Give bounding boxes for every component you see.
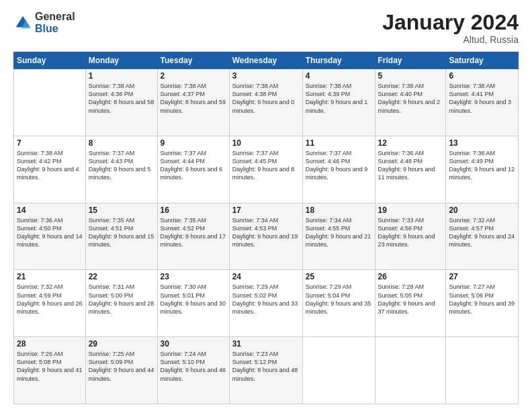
logo: General Blue — [13, 11, 75, 34]
calendar-cell: 22Sunrise: 7:31 AMSunset: 5:00 PMDayligh… — [85, 270, 157, 337]
calendar-cell: 18Sunrise: 7:34 AMSunset: 4:55 PMDayligh… — [302, 203, 375, 270]
day-number: 6 — [449, 71, 515, 81]
calendar-cell — [446, 337, 519, 404]
day-number: 23 — [161, 272, 226, 281]
day-number: 22 — [89, 272, 154, 281]
day-number: 8 — [89, 138, 154, 148]
cell-details: Sunrise: 7:37 AMSunset: 4:46 PMDaylight:… — [306, 149, 372, 182]
month-title: January 2024 — [382, 11, 519, 34]
calendar-cell: 24Sunrise: 7:29 AMSunset: 5:02 PMDayligh… — [229, 270, 302, 337]
day-number: 7 — [17, 138, 83, 148]
cell-details: Sunrise: 7:35 AMSunset: 4:51 PMDaylight:… — [89, 216, 154, 249]
calendar-cell: 29Sunrise: 7:25 AMSunset: 5:09 PMDayligh… — [85, 337, 157, 404]
calendar-cell: 27Sunrise: 7:27 AMSunset: 5:06 PMDayligh… — [446, 270, 519, 337]
cell-details: Sunrise: 7:24 AMSunset: 5:10 PMDaylight:… — [161, 350, 226, 383]
day-number: 14 — [17, 205, 83, 215]
calendar-cell: 25Sunrise: 7:29 AMSunset: 5:04 PMDayligh… — [302, 270, 375, 337]
cell-details: Sunrise: 7:28 AMSunset: 5:05 PMDaylight:… — [378, 283, 443, 316]
location: Altud, Russia — [382, 34, 519, 45]
calendar-cell: 13Sunrise: 7:36 AMSunset: 4:49 PMDayligh… — [446, 136, 519, 203]
cell-details: Sunrise: 7:38 AMSunset: 4:38 PMDaylight:… — [232, 82, 300, 115]
day-number: 9 — [161, 138, 226, 148]
calendar-table: SundayMondayTuesdayWednesdayThursdayFrid… — [13, 52, 519, 404]
calendar-cell: 28Sunrise: 7:26 AMSunset: 5:08 PMDayligh… — [14, 337, 86, 404]
day-number: 3 — [232, 71, 300, 81]
calendar-cell: 15Sunrise: 7:35 AMSunset: 4:51 PMDayligh… — [85, 203, 157, 270]
weekday-header-friday: Friday — [375, 52, 446, 69]
cell-details: Sunrise: 7:31 AMSunset: 5:00 PMDaylight:… — [89, 283, 154, 316]
weekday-header-monday: Monday — [85, 52, 157, 69]
cell-details: Sunrise: 7:38 AMSunset: 4:36 PMDaylight:… — [89, 82, 154, 115]
calendar-cell — [302, 337, 375, 404]
day-number: 16 — [161, 205, 226, 215]
cell-details: Sunrise: 7:37 AMSunset: 4:45 PMDaylight:… — [232, 149, 300, 182]
cell-details: Sunrise: 7:34 AMSunset: 4:53 PMDaylight:… — [232, 216, 300, 249]
day-number: 20 — [449, 205, 515, 215]
calendar-cell: 6Sunrise: 7:38 AMSunset: 4:41 PMDaylight… — [446, 69, 519, 136]
weekday-header-thursday: Thursday — [302, 52, 375, 69]
cell-details: Sunrise: 7:38 AMSunset: 4:42 PMDaylight:… — [17, 149, 83, 182]
cell-details: Sunrise: 7:25 AMSunset: 5:09 PMDaylight:… — [89, 350, 154, 383]
day-number: 19 — [378, 205, 443, 215]
day-number: 25 — [306, 272, 372, 281]
day-number: 27 — [449, 272, 515, 281]
cell-details: Sunrise: 7:36 AMSunset: 4:48 PMDaylight:… — [378, 149, 443, 182]
cell-details: Sunrise: 7:27 AMSunset: 5:06 PMDaylight:… — [449, 283, 515, 316]
logo-general: General — [35, 11, 75, 23]
calendar-cell: 3Sunrise: 7:38 AMSunset: 4:38 PMDaylight… — [229, 69, 302, 136]
weekday-header-wednesday: Wednesday — [229, 52, 302, 69]
day-number: 29 — [89, 339, 154, 349]
logo-text: General Blue — [35, 11, 75, 34]
cell-details: Sunrise: 7:36 AMSunset: 4:50 PMDaylight:… — [17, 216, 83, 249]
cell-details: Sunrise: 7:33 AMSunset: 4:56 PMDaylight:… — [378, 216, 443, 249]
cell-details: Sunrise: 7:34 AMSunset: 4:55 PMDaylight:… — [306, 216, 372, 249]
calendar-cell: 30Sunrise: 7:24 AMSunset: 5:10 PMDayligh… — [157, 337, 229, 404]
calendar-cell: 4Sunrise: 7:38 AMSunset: 4:39 PMDaylight… — [302, 69, 375, 136]
calendar-cell: 16Sunrise: 7:35 AMSunset: 4:52 PMDayligh… — [157, 203, 229, 270]
calendar-cell: 9Sunrise: 7:37 AMSunset: 4:44 PMDaylight… — [157, 136, 229, 203]
day-number: 17 — [232, 205, 300, 215]
page: General Blue January 2024 Altud, Russia … — [0, 0, 532, 411]
day-number: 26 — [378, 272, 443, 281]
calendar-cell — [375, 337, 446, 404]
logo-blue: Blue — [35, 23, 75, 35]
calendar-cell: 1Sunrise: 7:38 AMSunset: 4:36 PMDaylight… — [85, 69, 157, 136]
day-number: 4 — [306, 71, 372, 81]
calendar-cell: 23Sunrise: 7:30 AMSunset: 5:01 PMDayligh… — [157, 270, 229, 337]
calendar-cell: 5Sunrise: 7:38 AMSunset: 4:40 PMDaylight… — [375, 69, 446, 136]
calendar-cell: 19Sunrise: 7:33 AMSunset: 4:56 PMDayligh… — [375, 203, 446, 270]
day-number: 15 — [89, 205, 154, 215]
cell-details: Sunrise: 7:38 AMSunset: 4:39 PMDaylight:… — [306, 82, 372, 115]
calendar-cell: 11Sunrise: 7:37 AMSunset: 4:46 PMDayligh… — [302, 136, 375, 203]
calendar-cell: 8Sunrise: 7:37 AMSunset: 4:43 PMDaylight… — [85, 136, 157, 203]
title-block: January 2024 Altud, Russia — [382, 11, 519, 45]
calendar-cell: 21Sunrise: 7:32 AMSunset: 4:59 PMDayligh… — [14, 270, 86, 337]
calendar-cell: 26Sunrise: 7:28 AMSunset: 5:05 PMDayligh… — [375, 270, 446, 337]
day-number: 5 — [378, 71, 443, 81]
day-number: 2 — [161, 71, 226, 81]
cell-details: Sunrise: 7:23 AMSunset: 5:12 PMDaylight:… — [232, 350, 300, 383]
calendar-cell: 20Sunrise: 7:32 AMSunset: 4:57 PMDayligh… — [446, 203, 519, 270]
day-number: 10 — [232, 138, 300, 148]
weekday-header-sunday: Sunday — [14, 52, 86, 69]
cell-details: Sunrise: 7:37 AMSunset: 4:43 PMDaylight:… — [89, 149, 154, 182]
cell-details: Sunrise: 7:38 AMSunset: 4:40 PMDaylight:… — [378, 82, 443, 115]
logo-icon — [13, 13, 32, 32]
calendar-cell: 2Sunrise: 7:38 AMSunset: 4:37 PMDaylight… — [157, 69, 229, 136]
cell-details: Sunrise: 7:36 AMSunset: 4:49 PMDaylight:… — [449, 149, 515, 182]
cell-details: Sunrise: 7:32 AMSunset: 4:59 PMDaylight:… — [17, 283, 83, 316]
day-number: 11 — [306, 138, 372, 148]
cell-details: Sunrise: 7:32 AMSunset: 4:57 PMDaylight:… — [449, 216, 515, 249]
calendar-cell: 17Sunrise: 7:34 AMSunset: 4:53 PMDayligh… — [229, 203, 302, 270]
calendar-cell: 10Sunrise: 7:37 AMSunset: 4:45 PMDayligh… — [229, 136, 302, 203]
day-number: 1 — [89, 71, 154, 81]
day-number: 18 — [306, 205, 372, 215]
day-number: 28 — [17, 339, 83, 349]
cell-details: Sunrise: 7:38 AMSunset: 4:37 PMDaylight:… — [161, 82, 226, 115]
cell-details: Sunrise: 7:30 AMSunset: 5:01 PMDaylight:… — [161, 283, 226, 316]
cell-details: Sunrise: 7:29 AMSunset: 5:02 PMDaylight:… — [232, 283, 300, 316]
cell-details: Sunrise: 7:26 AMSunset: 5:08 PMDaylight:… — [17, 350, 83, 383]
cell-details: Sunrise: 7:38 AMSunset: 4:41 PMDaylight:… — [449, 82, 515, 115]
cell-details: Sunrise: 7:29 AMSunset: 5:04 PMDaylight:… — [306, 283, 372, 316]
cell-details: Sunrise: 7:37 AMSunset: 4:44 PMDaylight:… — [161, 149, 226, 182]
